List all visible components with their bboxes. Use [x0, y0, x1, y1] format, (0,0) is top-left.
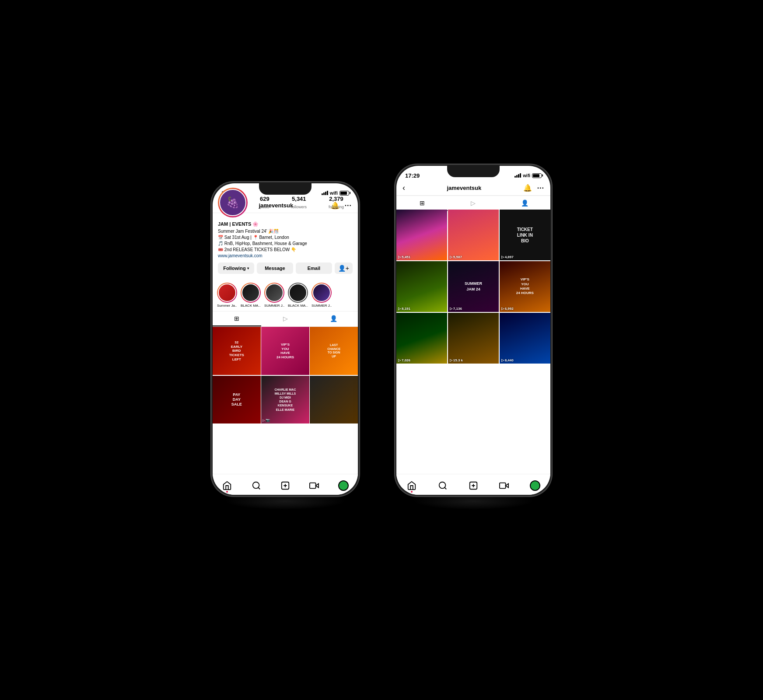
post-text-2: VIP'SYOUHAVE24 HOURS — [261, 327, 309, 375]
bio-line4: 🎟️ 2nd RELEASE TICKETS BELOW 👇 — [218, 247, 353, 253]
following-button[interactable]: Following ▾ — [218, 262, 254, 274]
view-count-7: 7,026 — [398, 358, 410, 362]
stories-row-left: Summer Ja... BLACK MA... SUMMER J... — [213, 281, 358, 311]
photo-cell-8[interactable]: 15.3 k — [448, 313, 499, 364]
nav-profile-right[interactable] — [527, 478, 543, 494]
bio-line1: Summer Jam Festival 24' 🎉🎊 — [218, 228, 353, 234]
nav-profile-left[interactable] — [336, 478, 351, 494]
photo-cell-5[interactable]: SUMMERJAM 24 7,136 — [448, 261, 499, 312]
chevron-down-icon: ▾ — [247, 266, 249, 270]
nav-search-left[interactable] — [248, 478, 264, 494]
followers-stat: 5,341 followers — [291, 196, 307, 210]
post-cell-1[interactable]: 32EARLYBIRDTICKETSLEFT — [213, 327, 261, 375]
post-cell-3[interactable]: LASTCHANCETO SIGNUP — [310, 327, 358, 375]
story-item-5[interactable]: SUMMER J... — [312, 283, 332, 308]
nav-reels-left[interactable] — [306, 478, 322, 494]
post-text-1: 32EARLYBIRDTICKETSLEFT — [213, 327, 261, 375]
photo-cell-9[interactable]: 8,440 — [500, 313, 550, 364]
photo-cell-7[interactable]: 7,026 — [396, 313, 447, 364]
tab-tagged-right[interactable]: 👤 — [499, 196, 550, 211]
followers-label: followers — [291, 205, 307, 209]
photo-cell-1[interactable]: 5,451 — [396, 210, 447, 260]
view-count-9: 8,440 — [501, 358, 514, 362]
home-dot-right — [411, 491, 413, 493]
time-right: 17:29 — [405, 172, 420, 179]
grid-tabs-right: ⊞ ▷ 👤 — [396, 196, 550, 211]
following-stat: 2,379 following — [329, 196, 344, 210]
following-count: 2,379 — [329, 196, 344, 202]
signal-icon-right — [514, 173, 521, 178]
battery-icon-right — [532, 173, 542, 178]
message-button[interactable]: Message — [257, 262, 293, 274]
post-cell-4[interactable]: PAYDAYSALE — [213, 376, 261, 424]
story-item-3[interactable]: SUMMER J... — [264, 283, 284, 308]
nav-reels-right[interactable] — [496, 478, 512, 494]
profile-section-left: 🍇 629 posts 5,341 followers — [213, 183, 358, 281]
story-label-3: SUMMER J... — [264, 304, 284, 308]
nav-home-left[interactable] — [219, 478, 235, 494]
ig-header-right: ‹ jameventsuk 🔔 ··· — [396, 182, 550, 196]
tab-grid-right[interactable]: ⊞ — [396, 196, 448, 211]
more-icon-right[interactable]: ··· — [537, 184, 544, 192]
post-text-3: LASTCHANCETO SIGNUP — [310, 327, 358, 375]
header-icons-right: 🔔 ··· — [523, 184, 544, 192]
profile-buttons: Following ▾ Message Email 👤+ — [218, 262, 353, 274]
story-label-5: SUMMER J... — [312, 304, 332, 308]
phone-left: 17:29 wifi — [211, 182, 360, 497]
add-person-button[interactable]: 👤+ — [335, 262, 353, 274]
profile-avatar-nav — [338, 480, 349, 491]
screen-left: 17:29 wifi — [213, 183, 358, 495]
post-cell-5[interactable]: CHARLIE MACMILLSY MILLSDJ MIDIDEAN GKENS… — [261, 376, 309, 424]
nav-home-right[interactable] — [404, 478, 420, 494]
tab-reels-right[interactable]: ▷ — [448, 196, 499, 211]
story-item-1[interactable]: Summer Ja... — [217, 283, 237, 308]
home-dot — [226, 491, 228, 493]
tab-grid-left[interactable]: ⊞ — [213, 312, 261, 326]
nav-search-right[interactable] — [435, 478, 451, 494]
summer-jam-text: SUMMERJAM 24 — [465, 281, 482, 292]
story-label-2: BLACK MA... — [241, 304, 261, 308]
view-count-1: 5,451 — [398, 255, 410, 259]
svg-point-0 — [252, 482, 259, 488]
photo-cell-6[interactable]: VIP'SYOUHAVE24 HOURS 6,992 — [500, 261, 550, 312]
svg-point-7 — [439, 482, 445, 488]
post-grid-left: 32EARLYBIRDTICKETSLEFT VIP'SYOUHAVE24 HO… — [213, 327, 358, 424]
tab-tagged-left[interactable]: 👤 — [309, 312, 358, 326]
wifi-icon-right: wifi — [523, 173, 530, 178]
vips-text: VIP'SYOUHAVE24 HOURS — [516, 277, 534, 296]
bottom-nav-right — [396, 474, 550, 495]
view-count-5: 7,136 — [450, 307, 462, 311]
bell-icon-right[interactable]: 🔔 — [523, 184, 532, 192]
status-icons-right: wifi — [514, 173, 542, 178]
svg-marker-5 — [316, 483, 318, 487]
photo-cell-2[interactable]: 5,587 — [448, 210, 499, 260]
post-text-6 — [310, 376, 358, 424]
view-count-2: 5,587 — [450, 255, 462, 259]
photo-cell-3[interactable]: TICKETLINK INBIO 4,897 — [500, 210, 550, 260]
bottom-nav-left — [213, 474, 358, 495]
svg-rect-13 — [500, 483, 506, 488]
story-item-4[interactable]: BLACK MA... — [288, 283, 308, 308]
view-count-8: 15.3 k — [450, 358, 463, 362]
post-cell-6[interactable] — [310, 376, 358, 424]
svg-rect-6 — [310, 483, 316, 488]
post-text-5: CHARLIE MACMILLSY MILLSDJ MIDIDEAN GKENS… — [261, 376, 309, 424]
username-right: jameventsuk — [447, 185, 481, 191]
ticket-text: TICKETLINK INBIO — [517, 227, 533, 244]
view-count-4: 8,191 — [398, 307, 410, 311]
post-cell-2[interactable]: VIP'SYOUHAVE24 HOURS — [261, 327, 309, 375]
photo-grid-right: 5,451 5,587 TICKETLINK INBIO 4,897 — [396, 210, 550, 364]
nav-add-left[interactable] — [277, 478, 293, 494]
story-item-2[interactable]: BLACK MA... — [241, 283, 261, 308]
posts-count: 629 — [260, 196, 270, 202]
profile-info: JAM | EVENTS 🌸 Summer Jam Festival 24' 🎉… — [218, 221, 353, 259]
notch-left — [259, 182, 312, 195]
nav-add-right[interactable] — [466, 478, 481, 494]
photo-cell-4[interactable]: 8,191 — [396, 261, 447, 312]
tab-reels-left[interactable]: ▷ — [261, 312, 310, 326]
posts-stat: 629 posts — [260, 196, 270, 210]
profile-link[interactable]: www.jameventsuk.com — [218, 253, 262, 258]
email-button[interactable]: Email — [296, 262, 332, 274]
back-button-right[interactable]: ‹ — [402, 183, 405, 192]
grid-tabs-left: ⊞ ▷ 👤 — [213, 311, 358, 327]
